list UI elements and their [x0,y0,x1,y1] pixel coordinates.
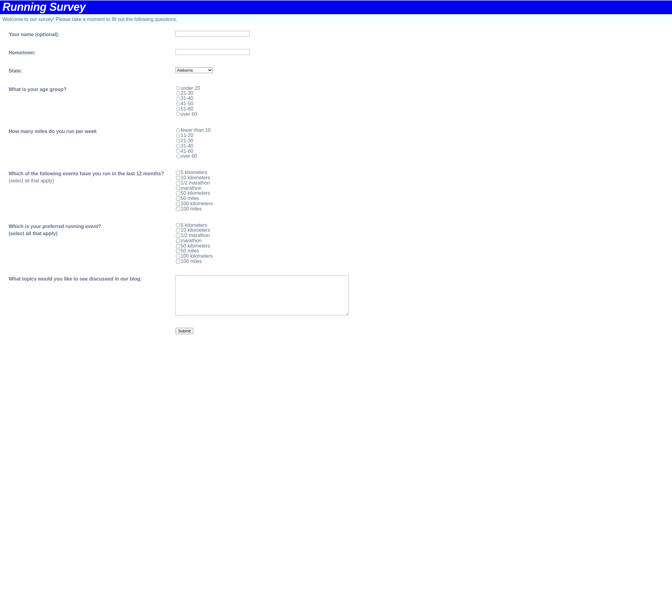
age-option[interactable]: over 60 [175,112,669,117]
row-preferred: Which is your preferred running event? (… [9,223,669,264]
events-option-label: 5 kilometers [181,170,207,175]
events-option-label: 50 kilometers [181,191,210,196]
miles-options: fewer than 10 11-20 21-30 31-40 41-60 ov… [175,128,669,159]
miles-radio[interactable] [176,128,180,132]
events-checkbox[interactable] [176,181,180,185]
state-select[interactable]: Alabama [175,67,212,73]
preferred-option-label: 50 kilometers [181,243,210,249]
preferred-option-label: 10 kilometers [181,228,210,233]
state-label: State: [9,67,175,74]
preferred-option[interactable]: 100 miles [175,259,669,264]
miles-option[interactable]: 31-40 [175,144,669,149]
age-option-label: 31-40 [181,96,193,101]
row-miles: How many miles do you run per week fewer… [9,128,669,159]
miles-option[interactable]: 21-30 [175,138,669,144]
welcome-text: Welcome to our survey! Please take a mom… [0,14,672,25]
events-option[interactable]: 50 miles [175,196,669,201]
events-option[interactable]: 5 kilometers [175,170,669,175]
events-checkbox[interactable] [176,197,180,201]
age-option[interactable]: 31-40 [175,96,669,101]
preferred-checkbox[interactable] [176,239,180,243]
age-radio[interactable] [176,97,180,101]
age-option[interactable]: under 20 [175,86,669,91]
preferred-option[interactable]: 50 kilometers [175,243,669,249]
preferred-checkbox[interactable] [176,228,180,232]
miles-option[interactable]: fewer than 10 [175,128,669,133]
preferred-option[interactable]: 10 kilometers [175,228,669,233]
events-option[interactable]: 10 kilometers [175,175,669,181]
age-radio[interactable] [176,102,180,106]
events-option-label: marathon [181,186,202,191]
miles-option[interactable]: 41-60 [175,149,669,154]
preferred-checkbox[interactable] [176,260,180,264]
name-label: Your name (optional): [9,31,175,38]
miles-option-label: 11-20 [181,133,193,138]
events-option[interactable]: marathon [175,186,669,191]
events-checkbox[interactable] [176,202,180,206]
preferred-option[interactable]: 5 kilometers [175,223,669,228]
survey-form: Your name (optional): Hometown: State: A… [0,25,672,355]
events-checkbox[interactable] [176,191,180,195]
preferred-option[interactable]: 50 miles [175,248,669,254]
preferred-checkbox[interactable] [176,244,180,248]
events-option[interactable]: 1/2 marathon [175,181,669,186]
events-label: Which of the following events have you r… [9,170,175,184]
preferred-option[interactable]: 100 kilometers [175,254,669,259]
age-option[interactable]: 41-50 [175,101,669,106]
preferred-checkbox[interactable] [176,234,180,238]
preferred-checkbox[interactable] [176,254,180,258]
age-radio[interactable] [176,107,180,111]
events-option-label: 100 miles [181,206,202,212]
miles-radio[interactable] [176,149,180,153]
page-title: Running Survey [2,1,672,14]
age-option[interactable]: 51-60 [175,106,669,112]
miles-radio[interactable] [176,134,180,138]
preferred-checkbox[interactable] [176,223,180,227]
age-radio[interactable] [176,112,180,116]
preferred-label: Which is your preferred running event? (… [9,223,175,237]
age-radio[interactable] [176,86,180,90]
events-option[interactable]: 100 kilometers [175,201,669,206]
miles-radio[interactable] [176,154,180,158]
row-events: Which of the following events have you r… [9,170,669,211]
miles-option[interactable]: 11-20 [175,133,669,138]
submit-button[interactable]: Submit [175,328,193,334]
age-option-label: under 20 [181,86,200,91]
events-option-label: 10 kilometers [181,175,210,181]
preferred-checkbox[interactable] [176,249,180,253]
age-option-label: 51-60 [181,106,193,112]
events-checkbox[interactable] [176,186,180,190]
age-radio[interactable] [176,91,180,95]
preferred-label-hint: (select all that apply) [9,231,57,236]
preferred-option[interactable]: marathon [175,238,669,243]
events-label-hint: (select all that apply) [9,178,54,183]
age-option-label: over 60 [181,112,197,117]
preferred-option-label: 100 kilometers [181,254,213,259]
hometown-label: Hometown: [9,49,175,56]
events-checkbox[interactable] [176,171,180,175]
name-input[interactable] [175,31,249,37]
hometown-input[interactable] [175,49,249,55]
age-label: What is your age group? [9,86,175,93]
preferred-option-label: 100 miles [181,259,202,264]
miles-radio[interactable] [176,144,180,148]
events-option-label: 1/2 marathon [181,181,210,186]
miles-option-label: over 60 [181,154,197,159]
preferred-option-label: 50 miles [181,248,199,254]
miles-radio[interactable] [176,139,180,143]
age-options: under 20 21-30 31-40 41-50 51-60 over 60 [175,86,669,117]
events-checkbox[interactable] [176,207,180,211]
events-checkbox[interactable] [176,176,180,180]
miles-option-label: 31-40 [181,144,193,149]
events-option[interactable]: 100 miles [175,206,669,212]
preferred-option-label: 1/2 marathon [181,233,210,238]
events-option-label: 50 miles [181,196,199,201]
preferred-option[interactable]: 1/2 marathon [175,233,669,238]
miles-label: How many miles do you run per week [9,128,175,135]
events-option[interactable]: 50 kilometers [175,191,669,196]
topics-textarea[interactable] [175,275,349,315]
miles-option[interactable]: over 60 [175,154,669,159]
age-option-label: 41-50 [181,101,193,106]
miles-option-label: 21-30 [181,138,193,144]
age-option[interactable]: 21-30 [175,91,669,96]
